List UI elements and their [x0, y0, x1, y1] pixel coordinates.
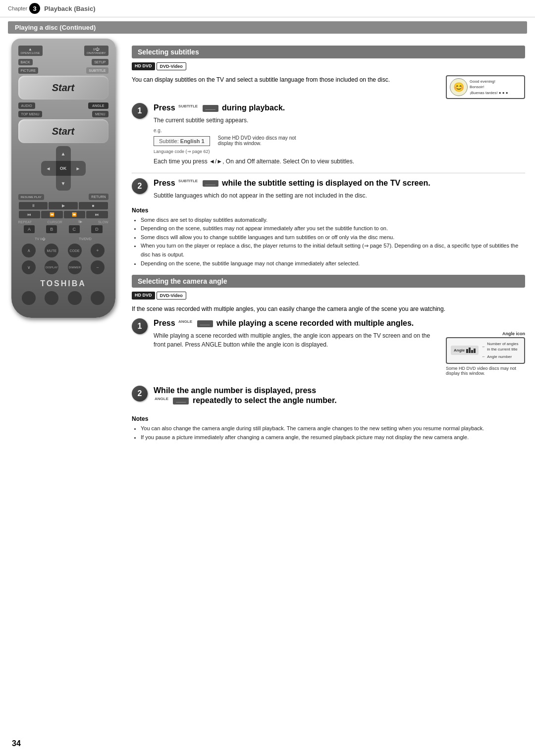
chapter-number: 3 — [29, 3, 40, 14]
play-button[interactable]: ▶ — [49, 202, 78, 209]
start-bubble-1: Start — [18, 76, 108, 100]
angle-step-2-heading: While the angle number is displayed, pre… — [154, 386, 525, 406]
dpad-down[interactable]: ▼ — [56, 176, 71, 191]
audio-button[interactable]: AUDIO — [18, 102, 35, 109]
tv-subtitle-texts: Good evening! Bonsoir! ¡Buenas tardes! ●… — [470, 79, 508, 96]
angle-number-label-line: ← Angle number — [482, 354, 520, 359]
rew-button[interactable]: ⏪ — [41, 211, 63, 218]
tv-ch-down-button[interactable]: ∨ — [22, 260, 36, 274]
eg-content: Subtitle: English 1 Language code (⇒ pag… — [154, 135, 525, 154]
subtitle-step-1: 1 Press SUBTITLE ____ during playback. T… — [132, 103, 525, 166]
angle-bars-label: ← Number of angles in the current title — [482, 341, 520, 352]
step-2-content: Press SUBTITLE ____ while the subtitle s… — [154, 178, 525, 200]
tv-controls-section: TV I/⏻ TV/DVD ∧ MUTE CODE + ∨ DISPLAY DI… — [18, 237, 108, 274]
subtitle-note-3: Some discs will allow you to change subt… — [141, 233, 525, 242]
angle-step-1-heading: Press ANGLE ____ while playing a scene r… — [154, 318, 525, 329]
tv-mute-button[interactable]: MUTE — [45, 244, 58, 257]
display-button[interactable]: DISPLAY — [45, 260, 58, 274]
resume-return-row: RESUME PLAY RETURN — [18, 194, 108, 200]
angle-step-2: 2 While the angle number is displayed, p… — [132, 386, 525, 409]
c-button[interactable]: C — [69, 225, 80, 233]
back-button[interactable]: BACK — [18, 59, 33, 65]
step-1-heading: Press SUBTITLE ____ during playback. — [154, 103, 525, 113]
extra-buttons — [18, 291, 108, 305]
prev-button[interactable]: ⏮ — [19, 211, 41, 218]
dimmer-button[interactable]: DIMMER — [68, 260, 82, 274]
cursor-label: CURSOR — [48, 220, 62, 224]
setup-button[interactable]: SETUP — [92, 59, 108, 65]
dpad-up[interactable]: ▲ — [56, 146, 71, 161]
angle-step-2-content: While the angle number is displayed, pre… — [154, 386, 525, 409]
angle-button[interactable]: ANGLE — [88, 102, 108, 109]
top-menu-button[interactable]: TOP MENU — [18, 111, 43, 117]
extra-btn-1[interactable] — [22, 291, 36, 305]
tv-code-button[interactable]: CODE — [68, 244, 82, 257]
picture-button[interactable]: PICTURE — [18, 67, 39, 74]
slow-label: SLOW — [98, 220, 108, 224]
angle-note-1: You can also change the camera angle dur… — [141, 424, 525, 433]
angle-icon-display: Angle icon Angle — [446, 331, 525, 376]
stop-button[interactable]: ■ — [79, 202, 108, 209]
step-divider-1 — [132, 173, 525, 173]
step-2-button-icon: ____ — [203, 180, 218, 187]
menu-button[interactable]: MENU — [92, 111, 108, 117]
camera-angle-notes-list: You can also change the camera angle dur… — [132, 424, 525, 442]
step-2-desc: Subtitle languages which do not appear i… — [154, 191, 525, 200]
angle-note-2: If you pause a picture immediately after… — [141, 433, 525, 442]
angle-icon-img: Angle — [451, 346, 479, 355]
ff2-label: II▶ — [78, 220, 82, 224]
audio-angle-row: AUDIO ANGLE — [18, 102, 108, 109]
camera-angle-intro: If the scene was recorded with multiple … — [132, 304, 525, 313]
tv-vol-up-button[interactable]: + — [91, 244, 105, 257]
step-1-desc: The current subtitle setting appears. — [154, 116, 525, 125]
on-standby-button[interactable]: I/⏻ ON/STANDBY — [84, 46, 108, 56]
subtitle-button[interactable]: SUBTITLE — [86, 67, 108, 74]
dpad-ok[interactable]: OK — [56, 161, 71, 176]
angle-step-1-content: Press ANGLE ____ while playing a scene r… — [154, 318, 525, 378]
fwd-button[interactable]: ⏩ — [64, 211, 86, 218]
subtitles-notes-title: Notes — [132, 207, 525, 214]
pause-button[interactable]: ⏸ — [19, 202, 48, 209]
camera-angle-heading-bar: Selecting the camera angle — [132, 275, 525, 288]
tv-dvd-label: TV/DVD — [79, 237, 92, 241]
back-setup-row: BACK SETUP — [18, 59, 108, 65]
angle-step-1: 1 Press ANGLE ____ while playing a scene… — [132, 318, 525, 378]
remote-column: ▲ OPEN/CLOSE I/⏻ ON/STANDBY BACK SETUP P… — [5, 34, 124, 453]
arrow-icon: ← — [482, 344, 485, 350]
extra-btn-3[interactable] — [68, 291, 82, 305]
subtitle-note-2: Depending on the scene, subtitles may no… — [141, 224, 525, 233]
subtitles-format-badges: HD DVD DVD-Video — [132, 62, 525, 70]
repeat-row: REPEAT CURSOR II▶ SLOW — [18, 220, 108, 224]
dpad-corner-br — [71, 176, 86, 191]
bar-4 — [474, 349, 476, 353]
extra-btn-4[interactable] — [91, 291, 105, 305]
a-button[interactable]: A — [24, 225, 35, 233]
camera-angle-notes: Notes You can also change the camera ang… — [132, 415, 525, 442]
camera-angle-notes-title: Notes — [132, 415, 525, 422]
bar-2 — [469, 348, 471, 353]
tv-vol-down-button[interactable]: − — [91, 260, 105, 274]
angle-step-2-circle: 2 — [132, 386, 148, 402]
step-1-content: Press SUBTITLE ____ during playback. The… — [154, 103, 525, 166]
remote-top-row: ▲ OPEN/CLOSE I/⏻ ON/STANDBY — [18, 46, 108, 56]
step-2-heading: Press SUBTITLE ____ while the subtitle s… — [154, 178, 525, 189]
step2-btn-label-above: SUBTITLE — [178, 179, 198, 184]
return-button[interactable]: RETURN — [89, 194, 108, 200]
page-number: 34 — [12, 739, 21, 748]
angle-icon-area: Angle — [446, 337, 525, 364]
language-code-note: Language code (⇒ page 62) — [154, 149, 210, 154]
extra-btn-2[interactable] — [45, 291, 58, 305]
d-button[interactable]: D — [91, 225, 103, 233]
playback-row-2: ⏮ ⏪ ⏩ ⏭ — [18, 211, 108, 218]
dpad-right[interactable]: ► — [71, 161, 86, 176]
open-close-button[interactable]: ▲ OPEN/CLOSE — [18, 46, 43, 56]
tv-ch-up-button[interactable]: ∧ — [22, 244, 36, 257]
b-button[interactable]: B — [46, 225, 57, 233]
playing-disc-section-bar: Playing a disc (Continued) — [8, 21, 527, 34]
dpad-left[interactable]: ◄ — [41, 161, 56, 176]
remote-control: ▲ OPEN/CLOSE I/⏻ ON/STANDBY BACK SETUP P… — [11, 39, 115, 318]
resume-play-button[interactable]: RESUME PLAY — [18, 194, 44, 200]
chapter-title: Playback (Basic) — [44, 5, 95, 12]
example-box-subtitle: e.g. Subtitle: English 1 Language code (… — [154, 128, 525, 154]
next-button[interactable]: ⏭ — [86, 211, 108, 218]
